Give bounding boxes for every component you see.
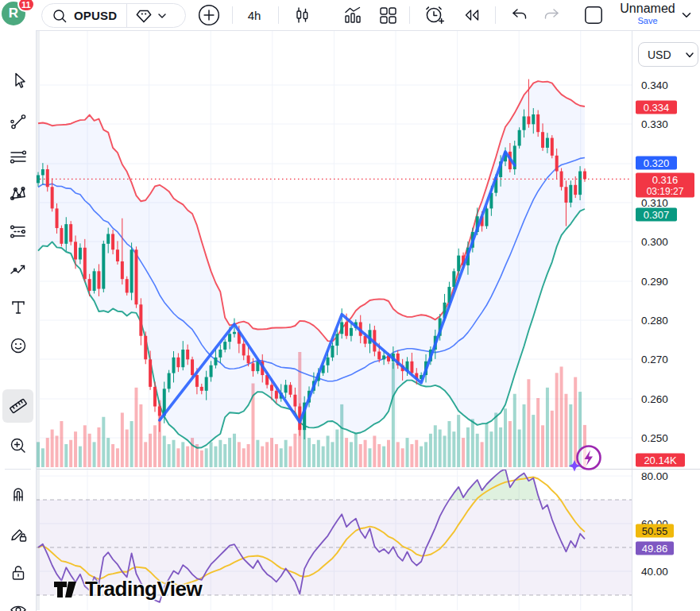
layout-panel-button[interactable] <box>577 0 610 30</box>
chevron-down-icon <box>679 8 694 22</box>
alert-button[interactable] <box>418 0 450 30</box>
text-icon <box>8 297 29 318</box>
lock-icon <box>8 563 29 583</box>
layout-name: Unnamed <box>616 1 679 17</box>
divider <box>409 6 410 24</box>
tool-hide-all[interactable] <box>6 598 30 611</box>
tool-trend-line[interactable] <box>6 109 30 133</box>
user-avatar[interactable]: R 11 <box>2 2 25 25</box>
tool-projection[interactable] <box>6 219 30 244</box>
compare-add-button[interactable] <box>194 0 224 30</box>
chevron-down-icon <box>682 47 698 63</box>
undo-icon <box>508 4 530 26</box>
currency-unit-button[interactable]: USD <box>638 42 698 67</box>
axis-price-badge: 50.55 <box>636 524 674 538</box>
axis-price-badge: 20.14K <box>636 454 685 467</box>
indicators-button[interactable] <box>337 0 369 30</box>
tool-emoji[interactable] <box>6 333 30 358</box>
currency-label: USD <box>648 48 682 61</box>
divider <box>126 4 127 27</box>
boost-lightning-icon[interactable] <box>566 439 607 476</box>
interval-label: 4h <box>248 9 261 22</box>
projection-icon <box>8 222 29 242</box>
tool-arrow-marker[interactable] <box>6 257 30 282</box>
axis-label: 0.330 <box>641 118 668 130</box>
square-outline-icon <box>582 3 605 27</box>
tradingview-logo[interactable]: TradingView <box>52 577 202 601</box>
tool-drawing-lock[interactable] <box>6 521 30 546</box>
eye-icon <box>8 601 29 611</box>
layout-dropdown-button[interactable] <box>677 0 696 30</box>
plus-circle-icon <box>197 3 221 27</box>
axis-label: 0.300 <box>641 236 668 248</box>
indicators-icon <box>342 4 364 26</box>
axis-price-badge: 0.307 <box>636 208 677 222</box>
tradingview-app: 0.3400.3300.3200.3100.3000.2900.2800.270… <box>0 0 700 611</box>
chart-canvas[interactable] <box>0 0 700 611</box>
emoji-icon <box>8 335 29 356</box>
fib-retracement-icon <box>8 147 29 168</box>
zoom-in-icon <box>8 435 29 456</box>
replay-icon <box>461 4 483 26</box>
tool-text[interactable] <box>6 295 30 319</box>
grid-layout-icon <box>377 4 399 26</box>
top-toolbar: R 11 OPUSD <box>0 0 700 31</box>
divider <box>495 6 496 24</box>
tradingview-mark-icon <box>52 578 79 601</box>
tradingview-logo-text: TradingView <box>85 577 202 601</box>
redo-icon <box>541 4 563 26</box>
magnet-icon <box>8 484 29 505</box>
tool-pattern-xabcd[interactable] <box>6 181 30 206</box>
symbol-name: OPUSD <box>74 9 117 22</box>
xabcd-pattern-icon <box>8 184 29 204</box>
axis-label: 0.260 <box>641 393 668 405</box>
layout-templates-button[interactable] <box>372 0 404 30</box>
notification-badge: 11 <box>17 0 35 12</box>
axis-price-badge: 49.86 <box>636 542 674 555</box>
tool-zoom-in[interactable] <box>6 433 30 458</box>
chevron-down-icon <box>156 10 168 22</box>
avatar-letter: R <box>9 6 18 21</box>
trend-line-icon <box>8 111 29 132</box>
axis-label: 0.280 <box>641 315 668 327</box>
candles-icon <box>291 4 313 26</box>
price-axis[interactable]: 0.3400.3300.3200.3100.3000.2900.2800.270… <box>632 30 700 611</box>
axis-label: 40.00 <box>641 566 668 578</box>
feature-diamond-icon[interactable] <box>133 6 154 26</box>
pencil-lock-icon <box>8 524 29 544</box>
redo-button[interactable] <box>537 0 567 30</box>
axis-label: 0.290 <box>641 276 668 288</box>
divider <box>5 469 31 470</box>
tool-magnet[interactable] <box>6 481 30 506</box>
axis-label: 0.250 <box>641 432 668 444</box>
divider <box>232 6 233 24</box>
axis-price-badge: 0.320 <box>636 157 677 170</box>
divider <box>278 6 279 24</box>
tool-lock-all[interactable] <box>6 560 30 585</box>
layout-name-block[interactable]: Unnamed Save <box>616 0 679 30</box>
tool-fib-retracement[interactable] <box>6 145 30 169</box>
chart-style-button[interactable] <box>286 0 318 30</box>
axis-label: 0.340 <box>641 79 668 91</box>
axis-label: 0.270 <box>641 354 668 365</box>
ruler-icon <box>7 395 29 417</box>
tool-cursor[interactable] <box>6 68 30 92</box>
symbol-search[interactable]: OPUSD <box>41 3 186 28</box>
undo-button[interactable] <box>504 0 534 30</box>
tool-measure[interactable] <box>2 389 33 423</box>
axis-price-badge: 0.334 <box>636 101 677 114</box>
axis-price-badge: 0.31603:19:27 <box>636 173 694 198</box>
axis-label: 80.00 <box>641 470 668 482</box>
search-icon <box>50 6 69 25</box>
replay-button[interactable] <box>456 0 488 30</box>
interval-button[interactable]: 4h <box>238 0 270 30</box>
alert-clock-icon <box>422 3 446 27</box>
save-button[interactable]: Save <box>616 17 679 25</box>
arrow-marker-icon <box>8 260 29 280</box>
drawing-toolbar <box>0 30 37 611</box>
axis-label: 0.310 <box>641 197 668 209</box>
cursor-icon <box>8 70 29 91</box>
